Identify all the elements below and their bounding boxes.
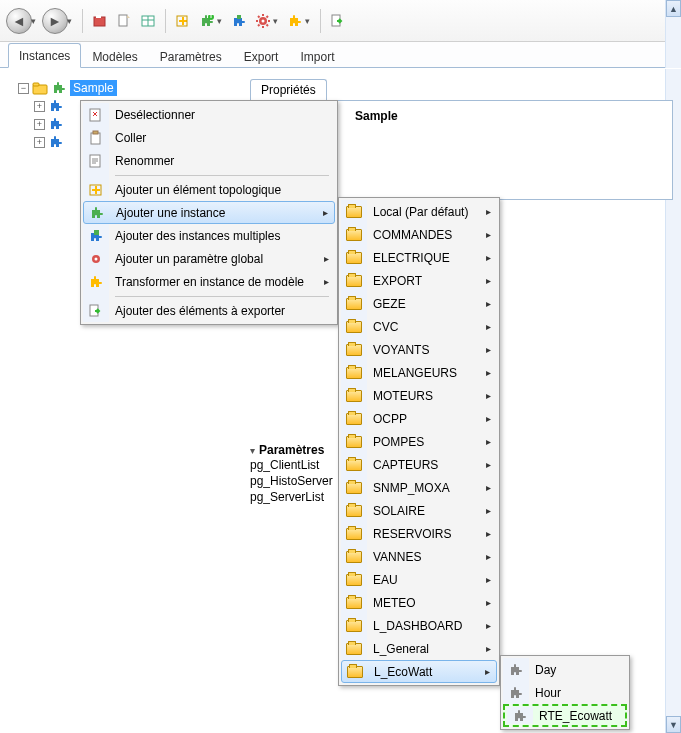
properties-tab[interactable]: Propriétés xyxy=(250,79,327,100)
chevron-right-icon: ▸ xyxy=(486,252,491,263)
svg-text:+: + xyxy=(207,13,214,22)
tab-parametres[interactable]: Paramètres xyxy=(149,44,233,68)
submenu-item-l-dashboard[interactable]: L_DASHBOARD▸ xyxy=(341,614,497,637)
toolbar-table-icon[interactable] xyxy=(137,10,159,32)
submenu-item-rte-ecowatt[interactable]: RTE_Ecowatt xyxy=(503,704,627,727)
puzzle-icon xyxy=(48,98,64,114)
tab-bar: Instances Modèles Paramètres Export Impo… xyxy=(0,42,681,68)
puzzle-grey-icon xyxy=(503,681,529,704)
chevron-right-icon: ▸ xyxy=(486,413,491,424)
folder-icon xyxy=(341,476,367,499)
submenu-item-melangeurs[interactable]: MELANGEURS▸ xyxy=(341,361,497,384)
puzzle-icon xyxy=(51,80,67,96)
folder-icon xyxy=(341,637,367,660)
toolbar-open-icon[interactable] xyxy=(89,10,111,32)
menu-item-transformer-en-instance-de-mod-le[interactable]: Transformer en instance de modèle▸ xyxy=(83,270,335,293)
chevron-right-icon: ▸ xyxy=(486,643,491,654)
svg-rect-0 xyxy=(94,17,105,26)
submenu-item-capteurs[interactable]: CAPTEURS▸ xyxy=(341,453,497,476)
nav-back-button[interactable]: ◄ xyxy=(6,8,32,34)
submenu-item-vannes[interactable]: VANNES▸ xyxy=(341,545,497,568)
tab-modeles[interactable]: Modèles xyxy=(81,44,148,68)
submenu-item-export[interactable]: EXPORT▸ xyxy=(341,269,497,292)
param-row[interactable]: pg_HistoServer xyxy=(250,473,333,489)
chevron-right-icon: ▸ xyxy=(486,459,491,470)
toolbar-puzzle-green-dd[interactable]: ▾ xyxy=(217,16,222,26)
submenu-item-day[interactable]: Day xyxy=(503,658,627,681)
submenu-item-snmp-moxa[interactable]: SNMP_MOXA▸ xyxy=(341,476,497,499)
tab-export[interactable]: Export xyxy=(233,44,290,68)
svg-line-16 xyxy=(267,24,269,26)
tab-instances[interactable]: Instances xyxy=(8,43,81,68)
folder-icon xyxy=(341,361,367,384)
topo-icon xyxy=(83,178,109,201)
svg-line-18 xyxy=(267,16,269,18)
param-row[interactable]: pg_ServerList xyxy=(250,489,333,505)
submenu-item-ocpp[interactable]: OCPP▸ xyxy=(341,407,497,430)
menu-item-ajouter-des-instances-multiples[interactable]: Ajouter des instances multiples xyxy=(83,224,335,247)
chevron-right-icon: ▸ xyxy=(486,436,491,447)
toolbar-new-icon[interactable] xyxy=(113,10,135,32)
tree-expand-icon[interactable]: + xyxy=(34,119,45,130)
scroll-up-button[interactable]: ▲ xyxy=(666,0,681,17)
toolbar-puzzle-green-icon[interactable]: + xyxy=(196,10,218,32)
submenu-item-cvc[interactable]: CVC▸ xyxy=(341,315,497,338)
submenu-item-pompes[interactable]: POMPES▸ xyxy=(341,430,497,453)
folder-icon xyxy=(341,614,367,637)
svg-rect-22 xyxy=(33,83,39,86)
submenu-item-commandes[interactable]: COMMANDES▸ xyxy=(341,223,497,246)
svg-marker-3 xyxy=(127,15,130,18)
nav-forward-dropdown[interactable]: ▾ xyxy=(67,16,72,26)
svg-rect-23 xyxy=(90,109,100,121)
submenu-item-local-par-d-faut-[interactable]: Local (Par défaut)▸ xyxy=(341,200,497,223)
submenu-item-geze[interactable]: GEZE▸ xyxy=(341,292,497,315)
menu-item-des-lectionner[interactable]: Desélectionner xyxy=(83,103,335,126)
toolbar-puzzle-multi-icon[interactable] xyxy=(228,10,250,32)
menu-item-ajouter-une-instance[interactable]: Ajouter une instance▸ xyxy=(83,201,335,224)
tree-root[interactable]: − Sample xyxy=(18,79,238,97)
submenu-item-l-general[interactable]: L_General▸ xyxy=(341,637,497,660)
submenu-item-meteo[interactable]: METEO▸ xyxy=(341,591,497,614)
svg-rect-24 xyxy=(91,133,100,144)
submenu-item-voyants[interactable]: VOYANTS▸ xyxy=(341,338,497,361)
svg-point-30 xyxy=(95,257,98,260)
svg-line-15 xyxy=(258,16,260,18)
paste-icon xyxy=(83,126,109,149)
chevron-right-icon: ▸ xyxy=(486,574,491,585)
submenu-item-moteurs[interactable]: MOTEURS▸ xyxy=(341,384,497,407)
submenu-item-electrique[interactable]: ELECTRIQUE▸ xyxy=(341,246,497,269)
chevron-right-icon: ▸ xyxy=(486,206,491,217)
tree-expand-icon[interactable]: + xyxy=(34,101,45,112)
chevron-right-icon: ▸ xyxy=(324,276,329,287)
nav-back-dropdown[interactable]: ▾ xyxy=(31,16,36,26)
chevron-right-icon: ▸ xyxy=(486,229,491,240)
puzzle-multi-icon xyxy=(83,224,109,247)
folder-icon xyxy=(342,661,368,682)
submenu-item-l-ecowatt[interactable]: L_EcoWatt▸ xyxy=(341,660,497,683)
tab-import[interactable]: Import xyxy=(289,44,345,68)
chevron-right-icon: ▸ xyxy=(485,666,490,677)
toolbar-gear-dd[interactable]: ▾ xyxy=(273,16,278,26)
submenu-item-reservoirs[interactable]: RESERVOIRS▸ xyxy=(341,522,497,545)
toolbar-transform-icon[interactable] xyxy=(284,10,306,32)
toolbar-gear-icon[interactable] xyxy=(252,10,274,32)
nav-forward-button[interactable]: ► xyxy=(42,8,68,34)
tree-expand-icon[interactable]: + xyxy=(34,137,45,148)
puzzle-icon xyxy=(48,116,64,132)
menu-item-ajouter-un-l-ment-topologique[interactable]: Ajouter un élément topologique xyxy=(83,178,335,201)
submenu-item-eau[interactable]: EAU▸ xyxy=(341,568,497,591)
tree-collapse-icon[interactable]: − xyxy=(18,83,29,94)
param-row[interactable]: pg_ClientList xyxy=(250,457,333,473)
chevron-down-icon[interactable]: ▾ xyxy=(250,445,255,456)
menu-item-ajouter-un-param-tre-global[interactable]: Ajouter un paramètre global▸ xyxy=(83,247,335,270)
submenu-item-hour[interactable]: Hour xyxy=(503,681,627,704)
puzzle-yellow-icon xyxy=(83,270,109,293)
menu-item-ajouter-des-l-ments-exporter[interactable]: Ajouter des éléments à exporter xyxy=(83,299,335,322)
menu-item-coller[interactable]: Coller xyxy=(83,126,335,149)
submenu-item-solaire[interactable]: SOLAIRE▸ xyxy=(341,499,497,522)
toolbar-transform-dd[interactable]: ▾ xyxy=(305,16,310,26)
toolbar-export-icon[interactable] xyxy=(327,10,349,32)
toolbar-add-topo-icon[interactable] xyxy=(172,10,194,32)
folder-icon xyxy=(341,223,367,246)
menu-item-renommer[interactable]: Renommer xyxy=(83,149,335,172)
